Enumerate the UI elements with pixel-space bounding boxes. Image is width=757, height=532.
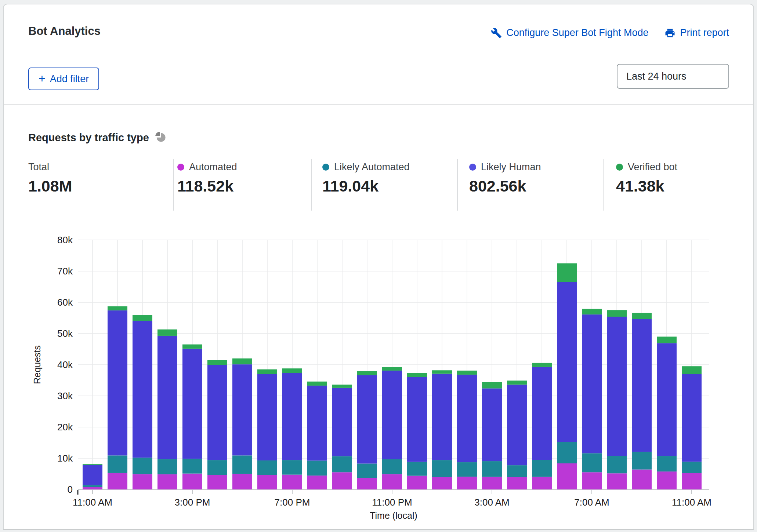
bar-segment bbox=[457, 462, 477, 477]
plus-icon: + bbox=[39, 73, 46, 84]
bar-segment bbox=[307, 460, 327, 475]
bar-segment bbox=[232, 474, 252, 490]
bar-segment bbox=[657, 343, 677, 456]
bar-segment bbox=[282, 475, 302, 489]
bar-segment bbox=[407, 476, 427, 489]
add-filter-button[interactable]: + Add filter bbox=[28, 68, 99, 90]
x-axis-title: Time (local) bbox=[370, 510, 417, 521]
bar-segment bbox=[157, 336, 177, 459]
bar-segment bbox=[332, 472, 352, 489]
x-tick-label: 3:00 AM bbox=[474, 497, 509, 508]
bar-segment bbox=[83, 485, 102, 487]
bar-segment bbox=[382, 459, 402, 474]
bar-segment bbox=[207, 475, 227, 489]
timerange-dropdown[interactable]: Last 24 hours bbox=[617, 64, 729, 89]
bar-segment bbox=[582, 314, 602, 453]
bar-segment bbox=[657, 337, 677, 343]
y-tick-label: 80k bbox=[57, 234, 73, 245]
bar-segment bbox=[207, 360, 227, 365]
bar-segment bbox=[557, 463, 577, 489]
bar-segment bbox=[232, 358, 252, 364]
bar-segment bbox=[457, 375, 477, 462]
bar-segment bbox=[682, 374, 702, 462]
bar-segment bbox=[133, 458, 152, 474]
bar-segment bbox=[382, 371, 402, 459]
bar-segment bbox=[607, 473, 627, 489]
bar-segment bbox=[582, 309, 602, 314]
bar-segment bbox=[682, 462, 702, 473]
page-title: Bot Analytics bbox=[28, 25, 101, 38]
pie-chart-icon bbox=[155, 131, 166, 144]
printer-icon bbox=[664, 28, 675, 39]
configure-link-label: Configure Super Bot Fight Mode bbox=[506, 27, 648, 39]
bar-segment bbox=[532, 460, 552, 477]
y-tick-label: 40k bbox=[57, 359, 73, 370]
bar-segment bbox=[632, 313, 652, 319]
bar-segment bbox=[182, 349, 202, 459]
section-title-row: Requests by traffic type bbox=[28, 131, 166, 144]
bar-segment bbox=[257, 475, 277, 489]
bar-segment bbox=[357, 478, 377, 489]
y-tick-label: 10k bbox=[57, 453, 73, 464]
bar-segment bbox=[532, 477, 552, 489]
bar-segment bbox=[457, 477, 477, 489]
bar-segment bbox=[507, 385, 527, 465]
bar-segment bbox=[182, 345, 202, 349]
section-title: Requests by traffic type bbox=[28, 132, 149, 144]
bar-segment bbox=[607, 456, 627, 474]
bar-segment bbox=[532, 363, 552, 367]
bar-segment bbox=[207, 460, 227, 475]
bar-segment bbox=[582, 472, 602, 489]
add-filter-label: Add filter bbox=[50, 73, 89, 85]
wrench-icon bbox=[491, 28, 502, 39]
bar-segment bbox=[557, 263, 577, 282]
configure-super-bot-fight-mode-link[interactable]: Configure Super Bot Fight Mode bbox=[491, 27, 648, 39]
bar-segment bbox=[382, 474, 402, 489]
bar-segment bbox=[607, 310, 627, 317]
bar-segment bbox=[557, 442, 577, 463]
bar-segment bbox=[632, 470, 652, 489]
bar-segment bbox=[332, 456, 352, 472]
y-tick-label: 60k bbox=[57, 297, 73, 308]
bar-segment bbox=[507, 477, 527, 489]
bar-segment bbox=[108, 310, 127, 455]
bar-segment bbox=[432, 374, 452, 460]
bar-segment bbox=[108, 306, 127, 310]
bar-segment bbox=[282, 460, 302, 475]
bar-segment bbox=[257, 374, 277, 460]
bar-segment bbox=[108, 473, 127, 489]
bar-segment bbox=[582, 453, 602, 472]
bar-segment bbox=[632, 319, 652, 452]
likely-human-dot-icon bbox=[469, 164, 476, 171]
x-tick-label: 11:00 AM bbox=[672, 497, 711, 508]
bar-segment bbox=[507, 465, 527, 477]
y-tick-label: 20k bbox=[57, 422, 73, 433]
y-tick-label: 50k bbox=[57, 328, 73, 339]
bar-segment bbox=[432, 477, 452, 489]
bar-segment bbox=[507, 380, 527, 385]
bar-segment bbox=[657, 471, 677, 489]
header-links: Configure Super Bot Fight Mode Print rep… bbox=[491, 27, 729, 39]
bar-segment bbox=[282, 368, 302, 373]
bar-segment bbox=[357, 375, 377, 464]
bar-segment bbox=[682, 366, 702, 374]
bar-segment bbox=[457, 371, 477, 375]
bar-segment bbox=[482, 461, 502, 477]
stat-label: Verified bot bbox=[628, 161, 677, 173]
bar-segment bbox=[157, 459, 177, 474]
x-tick-label: 11:00 AM bbox=[73, 497, 112, 508]
bar-segment bbox=[157, 329, 177, 336]
bar-segment bbox=[207, 365, 227, 460]
print-link-label: Print report bbox=[680, 27, 729, 39]
bar-segment bbox=[557, 282, 577, 442]
bar-segment bbox=[407, 462, 427, 476]
bar-segment bbox=[482, 477, 502, 489]
bar-segment bbox=[657, 456, 677, 471]
x-tick-label: 3:00 PM bbox=[175, 497, 210, 508]
bar-segment bbox=[332, 388, 352, 456]
bar-segment bbox=[282, 373, 302, 460]
print-report-link[interactable]: Print report bbox=[664, 27, 729, 39]
bar-segment bbox=[83, 465, 102, 485]
bar-segment bbox=[482, 382, 502, 389]
bar-segment bbox=[357, 371, 377, 375]
